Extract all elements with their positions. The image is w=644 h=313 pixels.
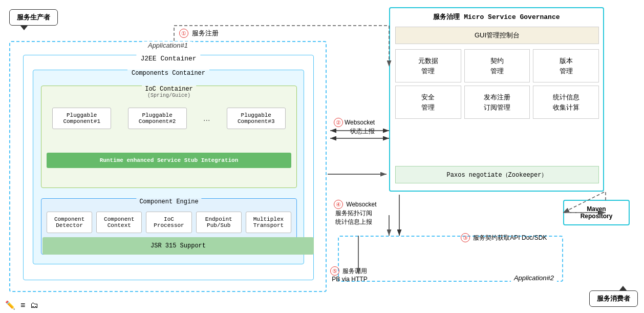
mgmt-grid: 元数据管理 契约管理 版本管理 安全管理 发布注册订阅管理 统计信息收集计算 <box>395 49 599 122</box>
mgmt-cell-contract: 契约管理 <box>464 49 530 82</box>
step4-label: ④ Websocket 服务拓扑订阅 统计信息上报 <box>334 200 376 226</box>
maven-label: Maven Repository <box>581 205 613 220</box>
paxos-label: Paxos negotiate（Zookeeper） <box>447 171 548 179</box>
producer-bubble: 服务生产者 <box>9 9 58 26</box>
engine-item-multiplex: MultiplexTransport <box>246 212 291 233</box>
maven-box: Maven Repository <box>563 200 630 225</box>
ioc-label-text: IoC Container <box>145 86 193 93</box>
step2-circle: ② <box>334 118 343 127</box>
engine-item-ioc: IoCProcessor <box>146 212 191 233</box>
ioc-label: IoC Container (Spring/Guice) <box>142 86 196 98</box>
pluggable-2: PluggableComponent#2 <box>128 108 187 129</box>
jsr-box: JSR 315 Support <box>42 237 314 255</box>
governance-title: 服务治理 Micro Service Governance <box>390 12 603 22</box>
mgmt-cell-version: 版本管理 <box>533 49 599 82</box>
step3-label: ③ 服务契约获取API Doc/SDK <box>461 233 547 242</box>
engine-item-endpoint: EndpointPub/Sub <box>196 212 242 233</box>
mgmt-cell-pubsub: 发布注册订阅管理 <box>464 86 530 119</box>
engine-item-detector: ComponentDetector <box>47 212 92 233</box>
step1-text: 服务注册 <box>190 29 219 37</box>
producer-label: 服务生产者 <box>17 13 50 21</box>
j2ee-box: J2EE Container Components Container IoC … <box>23 55 314 280</box>
pluggable-1: PluggableComponent#1 <box>52 108 111 129</box>
toolbar-icon-1[interactable]: ✏️ <box>5 300 15 310</box>
consumer-label: 服务消费者 <box>597 295 630 302</box>
step3-text: 服务契约获取API Doc/SDK <box>471 234 547 241</box>
pluggable-row: PluggableComponent#1 PluggableComponent#… <box>47 108 291 129</box>
pluggable-3: PluggableComponent#3 <box>227 108 286 129</box>
component-engine-label: Component Engine <box>136 198 201 205</box>
step4-circle: ④ <box>334 200 343 209</box>
app2-box: Application#2 <box>338 236 563 282</box>
app2-label: Application#2 <box>511 274 557 282</box>
step5-label: ⑤ 服务调用 PB via HTTP <box>330 266 368 283</box>
step3-circle: ③ <box>461 233 470 242</box>
runtime-box: Runtime enhanced Service Stub Integratio… <box>47 153 291 168</box>
mgmt-cell-security: 安全管理 <box>395 86 461 119</box>
step2-label: ②Websocket状态上报 <box>334 118 375 136</box>
mgmt-row-2: 安全管理 发布注册订阅管理 统计信息收集计算 <box>395 86 599 119</box>
components-container-label: Components Container <box>127 70 209 77</box>
app1-label: Application#1 <box>144 41 192 49</box>
engine-items-row: ComponentDetector ComponentContext IoCPr… <box>47 212 291 233</box>
paxos-box: Paxos negotiate（Zookeeper） <box>395 166 599 183</box>
gui-box: GUI管理控制台 <box>395 27 599 44</box>
step2-text: Websocket状态上报 <box>345 119 375 135</box>
governance-box: 服务治理 Micro Service Governance GUI管理控制台 元… <box>389 7 604 192</box>
ioc-sublabel: (Spring/Guice) <box>145 93 193 98</box>
dots: ... <box>203 114 210 123</box>
diagram-container: 服务生产者 Application#1 J2EE Container Compo… <box>0 0 644 313</box>
runtime-label: Runtime enhanced Service Stub Integratio… <box>100 157 239 163</box>
toolbar-icon-2[interactable]: ≡ <box>20 301 25 310</box>
mgmt-row-1: 元数据管理 契约管理 版本管理 <box>395 49 599 82</box>
step1-label: ① 服务注册 <box>179 29 219 38</box>
toolbar: ✏️ ≡ 🗂 <box>5 300 38 310</box>
j2ee-label: J2EE Container <box>136 55 200 62</box>
consumer-bubble: 服务消费者 <box>589 290 638 307</box>
step5-circle: ⑤ <box>330 266 339 276</box>
ioc-box: IoC Container (Spring/Guice) PluggableCo… <box>41 86 297 188</box>
components-container-box: Components Container IoC Container (Spri… <box>33 70 304 264</box>
engine-item-context: ComponentContext <box>96 212 142 233</box>
app1-box: Application#1 J2EE Container Components … <box>9 41 327 292</box>
toolbar-icon-3[interactable]: 🗂 <box>30 301 38 310</box>
mgmt-cell-stats: 统计信息收集计算 <box>533 86 599 119</box>
gui-label: GUI管理控制台 <box>475 31 520 40</box>
mgmt-cell-metadata: 元数据管理 <box>395 49 461 82</box>
step1-circle: ① <box>179 29 188 38</box>
jsr-label: JSR 315 Support <box>151 242 206 249</box>
